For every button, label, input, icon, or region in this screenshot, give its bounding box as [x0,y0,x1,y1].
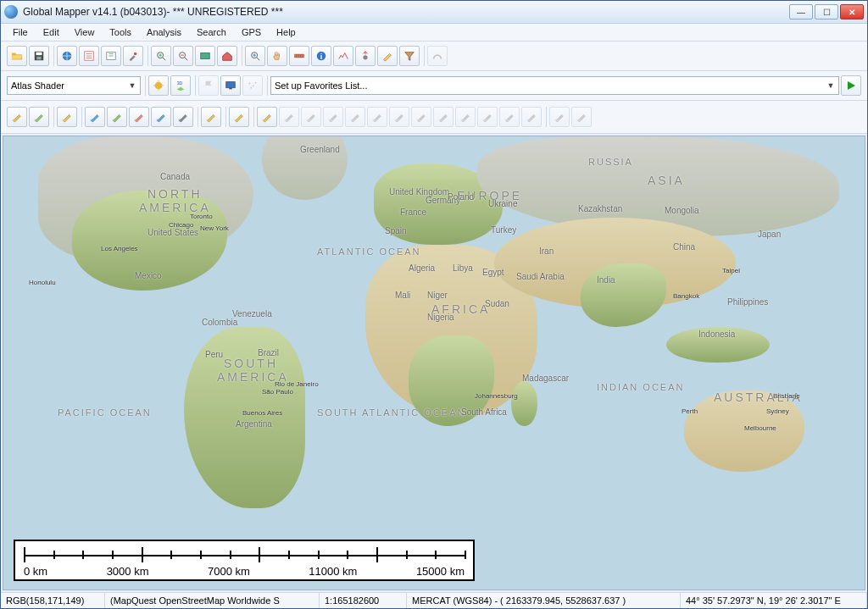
map-label: Brazil [258,348,279,357]
map-label: Greenland [300,145,340,154]
profile-tool-button[interactable] [333,46,353,66]
shape-d-button[interactable] [345,107,365,127]
land-mada [511,381,537,427]
svg-rect-32 [235,119,238,122]
online-sources-button[interactable] [57,46,77,66]
svg-rect-43 [483,119,487,122]
gps-tool-button[interactable] [355,46,376,66]
svg-point-6 [134,53,137,56]
open-button[interactable] [7,46,27,66]
menu-gps[interactable]: GPS [235,25,268,39]
svg-text:i: i [320,53,322,61]
shape-k-button[interactable] [499,107,520,127]
svg-rect-18 [229,88,232,90]
shape-j-button[interactable] [477,107,498,127]
map-label: Johannesburg [475,392,518,400]
menu-search[interactable]: Search [190,25,233,39]
measure-tool-button[interactable] [289,46,309,66]
save-button[interactable] [29,46,49,66]
zoom-full-button[interactable] [195,46,215,66]
shape-m-button[interactable] [549,107,570,127]
favorites-combo[interactable]: Set up Favorites List... ▼ [270,76,839,95]
create-peak-button[interactable] [257,107,277,127]
shape-b-button[interactable] [301,107,321,127]
create-line-button[interactable] [57,107,77,127]
svg-rect-31 [207,119,210,122]
map-label: Buenos Aires [242,409,282,417]
shape-a-button[interactable] [279,107,299,127]
menu-help[interactable]: Help [270,25,303,39]
close-button[interactable]: ✕ [840,4,864,19]
menu-view[interactable]: View [68,25,102,39]
svg-point-14 [363,55,367,59]
create-line2-button[interactable] [107,107,127,127]
monitor-button[interactable] [220,75,241,96]
3d-view-button[interactable]: 3D [170,75,191,96]
map-label: Nigeria [427,313,454,322]
map-label: Algeria [409,263,435,273]
filter-button[interactable] [399,46,420,66]
map-label: Sudan [485,299,509,308]
svg-point-19 [249,83,251,85]
maximize-button[interactable]: ☐ [815,4,838,19]
menu-analysis[interactable]: Analysis [140,25,188,39]
home-button[interactable] [217,46,237,66]
minimize-button[interactable]: — [789,4,813,19]
tools-button[interactable] [123,46,143,66]
zoom-tool-button[interactable] [245,46,265,66]
create-freehand-button[interactable] [229,107,249,127]
create-point-button[interactable] [7,107,27,127]
digitizer-tool-button[interactable] [377,46,398,66]
create-area-button[interactable] [29,107,49,127]
svg-rect-24 [35,119,38,122]
map-label: Pacific Ocean [58,407,152,418]
create-route-button[interactable] [85,107,105,127]
map-label: United States [147,228,198,237]
shape-h-button[interactable] [433,107,453,127]
map-label: Turkey [491,225,516,235]
shape-f-button[interactable] [389,107,409,127]
shader-combo[interactable]: Atlas Shader ▼ [7,76,141,95]
map-label: South Atlantic Ocean [317,407,465,418]
scale-labels: 0 km3000 km7000 km11000 km15000 km [24,565,465,578]
create-text-button[interactable] [201,107,221,127]
map-label: Venezuela [232,309,272,318]
shape-l-button[interactable] [521,107,542,127]
run-favorite-button[interactable] [841,75,861,96]
zoom-out-button[interactable] [173,46,193,66]
create-coda-button[interactable] [129,107,149,127]
map-label: Chicago [169,221,193,229]
shape-c-button[interactable] [323,107,343,127]
app-icon [4,5,18,19]
scatter-button[interactable] [242,75,263,96]
create-circle-button[interactable] [151,107,171,127]
layer-control-button[interactable] [79,46,99,66]
configure-button[interactable] [101,46,121,66]
svg-point-15 [155,82,163,90]
shape-e-button[interactable] [367,107,387,127]
info-tool-button[interactable]: i [311,46,331,66]
arch-button[interactable] [427,46,448,66]
shader-options-button[interactable] [148,75,169,96]
map-label: São Paulo [262,388,293,396]
shape-g-button[interactable] [411,107,431,127]
svg-point-20 [253,85,254,86]
shape-n-button[interactable] [571,107,592,127]
create-grid-button[interactable] [173,107,193,127]
map-label: South Africa [461,407,507,417]
menu-edit[interactable]: Edit [36,25,66,39]
svg-rect-46 [555,119,559,122]
zoom-in-button[interactable] [151,46,171,66]
flag-button[interactable] [198,75,219,96]
map-label: Taipei [722,267,740,274]
pan-tool-button[interactable] [267,46,287,66]
window-title: Global Mapper v14.1 (b043013)- *** UNREG… [23,6,789,18]
map-label: Ukraine [488,199,517,208]
scale-label: 7000 km [208,565,250,578]
menu-tools[interactable]: Tools [103,25,138,39]
map-label: SOUTH [224,357,278,370]
map-view[interactable]: NORTHAMERICAASIAAFRICAEUROPESOUTHAMERICA… [3,136,865,590]
map-label: India [597,275,615,285]
menu-file[interactable]: File [6,25,35,39]
shape-i-button[interactable] [455,107,476,127]
